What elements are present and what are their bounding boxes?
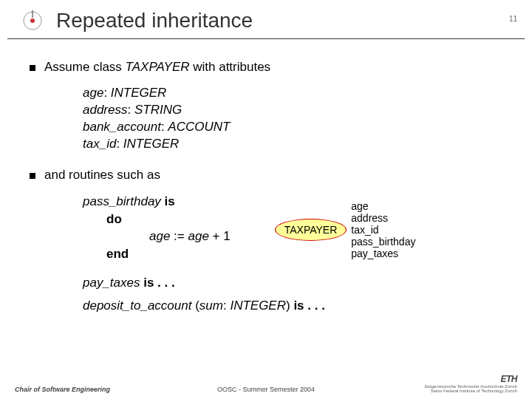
bullet-text: and routines such as <box>44 168 160 183</box>
attr-name: tax_id <box>83 137 116 151</box>
text: Assume class <box>44 60 126 74</box>
routine-with-diagram: pass_birthday is do age := age + 1 end T… <box>83 193 502 263</box>
routine-line: deposit_to_account (sum: INTEGER) is . .… <box>83 295 502 318</box>
code-line: do <box>106 211 231 228</box>
text: with attributes <box>190 60 271 74</box>
attribute-line: tax_id: INTEGER <box>83 136 502 153</box>
class-diagram: TAXPAYER age address tax_id pass_birthda… <box>275 200 416 259</box>
additional-routines: pay_taxes is . . . deposit_to_account (s… <box>83 272 502 317</box>
attr-type: STRING <box>134 103 182 117</box>
routine-code: pass_birthday is do age := age + 1 end <box>83 193 231 263</box>
svg-point-1 <box>30 18 35 23</box>
keyword: is <box>165 194 175 208</box>
text: is . . . <box>290 299 325 313</box>
eth-subtitle: Swiss Federal Institute of Technology Zu… <box>425 389 517 393</box>
code-line: age := age + 1 <box>149 228 231 245</box>
text: ( <box>191 299 199 313</box>
attr-type: ACCOUNT <box>168 120 230 134</box>
routine-name: pay_taxes <box>83 276 140 290</box>
member: tax_id <box>351 224 415 236</box>
logo-icon <box>22 10 43 31</box>
footer-left: Chair of Software Engineering <box>15 386 110 393</box>
code-line: pass_birthday is <box>83 193 231 211</box>
bullet-item: and routines such as <box>30 168 502 183</box>
text: : <box>223 299 230 313</box>
attr-name: age <box>83 86 103 100</box>
class-ellipse: TAXPAYER <box>275 219 347 241</box>
slide-title: Repeated inheritance <box>56 9 253 33</box>
footer-right: ETH Eidgenössische Technische Hochschule… <box>425 374 517 393</box>
member: pay_taxes <box>351 248 415 259</box>
routine-name: deposit_to_account <box>83 299 191 313</box>
attribute-list: age: INTEGER address: STRING bank_accoun… <box>83 85 502 153</box>
attr-type: INTEGER <box>123 137 180 151</box>
attr-type: INTEGER <box>111 86 167 100</box>
bullet-text: Assume class TAXPAYER with attributes <box>44 60 270 75</box>
attr-name: address <box>83 103 127 117</box>
attribute-line: address: STRING <box>83 102 502 119</box>
member: age <box>351 200 415 212</box>
attr-name: bank_account <box>83 120 161 134</box>
op: := <box>170 229 188 243</box>
code-line: end <box>106 245 231 263</box>
class-member-list: age address tax_id pass_birthday pay_tax… <box>351 200 415 259</box>
bullet-item: Assume class TAXPAYER with attributes <box>30 60 502 75</box>
var: age <box>149 229 170 243</box>
routine-name: pass_birthday <box>83 194 161 208</box>
param: sum <box>200 299 223 313</box>
member: pass_birthday <box>351 236 415 248</box>
op: + 1 <box>209 229 231 243</box>
page-number: 11 <box>509 15 517 23</box>
slide-content: Assume class TAXPAYER with attributes ag… <box>0 39 532 317</box>
type: INTEGER <box>230 299 286 313</box>
slide-footer: Chair of Software Engineering OOSC - Sum… <box>0 374 532 393</box>
attribute-line: age: INTEGER <box>83 85 502 102</box>
routine-line: pay_taxes is . . . <box>83 272 502 295</box>
member: address <box>351 212 415 224</box>
eth-logo: ETH <box>425 374 517 384</box>
bullet-icon <box>30 65 35 71</box>
attribute-line: bank_account: ACCOUNT <box>83 119 502 136</box>
var: age <box>188 229 208 243</box>
slide-header: Repeated inheritance <box>7 0 525 39</box>
bullet-icon <box>30 173 35 179</box>
footer-center: OOSC - Summer Semester 2004 <box>217 386 315 393</box>
text: is . . . <box>140 276 175 290</box>
class-name: TAXPAYER <box>126 60 190 74</box>
